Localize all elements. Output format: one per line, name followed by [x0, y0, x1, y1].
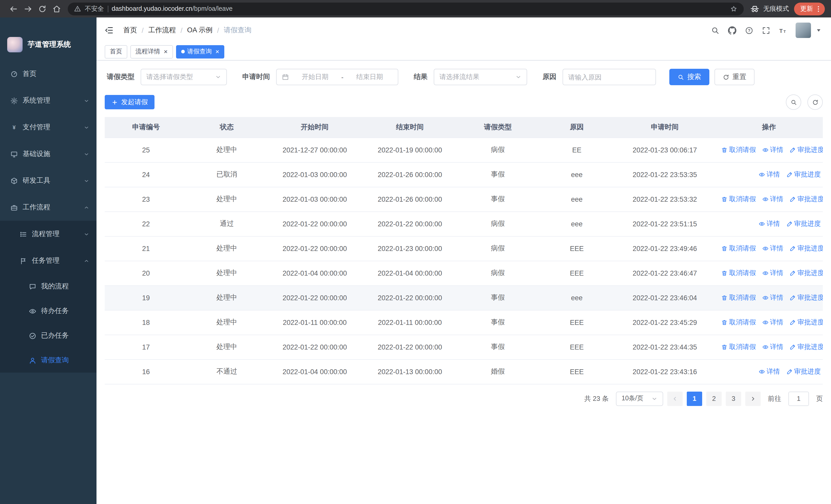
- table-row[interactable]: 24已取消2022-01-03 00:00:002022-01-26 00:00…: [105, 162, 823, 187]
- table-row[interactable]: 19处理中2022-01-22 00:00:002022-01-22 00:00…: [105, 285, 823, 310]
- browser-menu-dots-icon[interactable]: [814, 5, 822, 12]
- cell-status: 处理中: [188, 261, 266, 285]
- cancel-leave-link[interactable]: 取消请假: [721, 342, 756, 352]
- approval-progress-link[interactable]: 审批进度: [786, 219, 821, 228]
- approval-progress-link[interactable]: 审批进度: [786, 170, 821, 179]
- sidebar-item-task-mgmt[interactable]: 任务管理: [0, 247, 96, 274]
- bookmark-star-icon[interactable]: [730, 5, 738, 12]
- cancel-leave-link[interactable]: 取消请假: [721, 293, 756, 302]
- sidebar-item-infrastructure[interactable]: 基础设施: [0, 141, 96, 167]
- create-leave-button[interactable]: 发起请假: [105, 95, 154, 109]
- detail-link[interactable]: 详情: [762, 145, 783, 154]
- detail-link[interactable]: 详情: [762, 318, 783, 327]
- detail-link[interactable]: 详情: [762, 342, 783, 352]
- approval-progress-link[interactable]: 审批进度: [790, 268, 823, 278]
- result-select[interactable]: 请选择流结果: [434, 69, 527, 85]
- approval-progress-link[interactable]: 审批进度: [790, 145, 823, 154]
- app-title: 芋道管理系统: [28, 40, 71, 49]
- table-row[interactable]: 21处理中2022-01-22 00:00:002022-01-23 00:00…: [105, 236, 823, 261]
- page-size-select[interactable]: 10条/页: [616, 391, 663, 406]
- approval-progress-link[interactable]: 审批进度: [790, 293, 823, 302]
- page-button-3[interactable]: 3: [726, 391, 741, 406]
- security-label[interactable]: 不安全: [85, 4, 104, 13]
- font-size-button[interactable]: [779, 26, 787, 35]
- tab-process-detail[interactable]: 流程详情 ×: [131, 45, 173, 58]
- table-row[interactable]: 18处理中2022-01-11 00:00:002022-01-11 00:00…: [105, 310, 823, 335]
- fullscreen-button[interactable]: [762, 26, 770, 35]
- table-row[interactable]: 25处理中2021-12-27 00:00:002022-01-19 00:00…: [105, 138, 823, 162]
- reset-button[interactable]: 重置: [715, 69, 754, 85]
- user-avatar[interactable]: [796, 23, 811, 38]
- caret-down-icon[interactable]: [814, 26, 823, 34]
- detail-link[interactable]: 详情: [762, 195, 783, 204]
- breadcrumb-item-current: 请假查询: [224, 26, 252, 35]
- detail-link[interactable]: 详情: [758, 367, 780, 376]
- approval-progress-link[interactable]: 审批进度: [786, 367, 821, 376]
- breadcrumb-item[interactable]: 工作流程: [148, 26, 176, 35]
- sidebar-item-system-mgmt[interactable]: 系统管理: [0, 87, 96, 114]
- table-row[interactable]: 20处理中2022-01-04 00:00:002022-01-04 00:00…: [105, 261, 823, 285]
- search-button[interactable]: 搜索: [669, 69, 709, 85]
- browser-reload-button[interactable]: [35, 2, 49, 16]
- cancel-leave-link[interactable]: 取消请假: [721, 145, 756, 154]
- cancel-leave-link[interactable]: 取消请假: [721, 268, 756, 278]
- breadcrumb-item[interactable]: 首页: [123, 26, 137, 35]
- browser-back-button[interactable]: [6, 2, 21, 16]
- detail-link[interactable]: 详情: [762, 268, 783, 278]
- detail-link[interactable]: 详情: [758, 170, 780, 179]
- cancel-leave-link[interactable]: 取消请假: [721, 244, 756, 253]
- approval-progress-link[interactable]: 审批进度: [790, 342, 823, 352]
- browser-home-button[interactable]: [49, 2, 64, 16]
- cell-applied: 2022-01-22 23:45:29: [614, 310, 715, 335]
- reason-input[interactable]: [563, 69, 656, 85]
- sidebar-item-workflow[interactable]: 工作流程: [0, 194, 96, 221]
- result-placeholder: 请选择流结果: [439, 72, 479, 82]
- page-button-2[interactable]: 2: [706, 391, 722, 406]
- sidebar-item-payment-mgmt[interactable]: 支付管理: [0, 114, 96, 141]
- app-logo[interactable]: 芋道管理系统: [0, 18, 96, 61]
- github-link-button[interactable]: [728, 26, 737, 35]
- sidebar-item-process-mgmt[interactable]: 流程管理: [0, 221, 96, 247]
- header-search-button[interactable]: [711, 26, 720, 35]
- refresh-table-button[interactable]: [807, 94, 823, 110]
- sidebar-item-my-processes[interactable]: 我的流程: [0, 274, 96, 299]
- page-button-1[interactable]: 1: [687, 391, 702, 406]
- sidebar-item-dev-tools[interactable]: 研发工具: [0, 167, 96, 194]
- sidebar-collapse-button[interactable]: [105, 26, 114, 35]
- sidebar-item-leave-query[interactable]: 请假查询: [0, 348, 96, 373]
- toggle-search-button[interactable]: [786, 94, 801, 110]
- incognito-badge: 无痕模式: [750, 4, 789, 13]
- detail-link[interactable]: 详情: [758, 219, 780, 228]
- table-row[interactable]: 22通过2022-01-22 00:00:002022-01-22 00:00:…: [105, 211, 823, 236]
- leave-type-select[interactable]: 请选择请假类型: [141, 69, 227, 85]
- approval-progress-link[interactable]: 审批进度: [790, 244, 823, 253]
- breadcrumb-item[interactable]: OA 示例: [187, 26, 212, 35]
- sidebar-item-done-tasks[interactable]: 已办任务: [0, 323, 96, 348]
- sidebar-item-home[interactable]: 首页: [0, 61, 96, 87]
- approval-progress-link[interactable]: 审批进度: [790, 318, 823, 327]
- url-text[interactable]: dashboard.yudao.iocoder.cn/bpm/oa/leave: [112, 5, 232, 12]
- address-bar[interactable]: 不安全 dashboard.yudao.iocoder.cn/bpm/oa/le…: [68, 2, 744, 15]
- tab-home[interactable]: 首页: [105, 45, 127, 58]
- briefcase-icon: [10, 204, 18, 211]
- browser-forward-button[interactable]: [21, 2, 35, 16]
- table-row[interactable]: 16不通过2022-01-04 00:00:002022-01-13 00:00…: [105, 359, 823, 384]
- cancel-leave-link[interactable]: 取消请假: [721, 318, 756, 327]
- approval-progress-link[interactable]: 审批进度: [790, 195, 823, 204]
- prev-page-button[interactable]: [667, 391, 683, 406]
- goto-page-input[interactable]: [789, 391, 809, 406]
- cell-id: 20: [105, 261, 188, 285]
- table-row[interactable]: 23处理中2022-01-03 00:00:002022-01-26 00:00…: [105, 187, 823, 211]
- table-row[interactable]: 17处理中2022-01-22 00:00:002022-01-22 00:00…: [105, 335, 823, 359]
- close-icon[interactable]: ×: [164, 48, 168, 55]
- tab-leave-query[interactable]: 请假查询 ×: [176, 45, 224, 58]
- detail-link[interactable]: 详情: [762, 293, 783, 302]
- sidebar-item-todo-tasks[interactable]: 待办任务: [0, 299, 96, 323]
- next-page-button[interactable]: [745, 391, 761, 406]
- close-icon[interactable]: ×: [215, 48, 219, 55]
- cancel-leave-link[interactable]: 取消请假: [721, 195, 756, 204]
- detail-link[interactable]: 详情: [762, 244, 783, 253]
- browser-update-button[interactable]: 更新: [794, 2, 825, 15]
- apply-time-range-picker[interactable]: 开始日期 - 结束日期: [276, 69, 398, 85]
- help-button[interactable]: [745, 26, 753, 35]
